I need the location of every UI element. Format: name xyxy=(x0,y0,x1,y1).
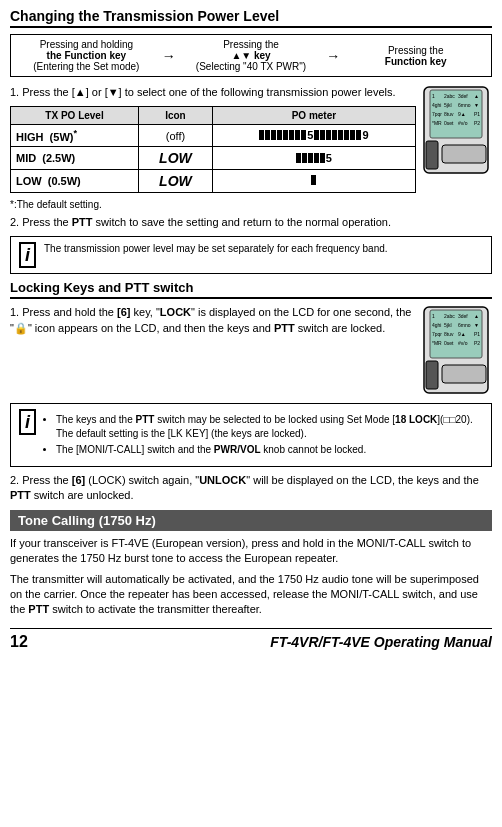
po-meter-high: 5 9 xyxy=(259,129,368,141)
svg-text:▲: ▲ xyxy=(474,313,479,319)
svg-text:7pqr: 7pqr xyxy=(432,111,442,117)
po-bar xyxy=(296,153,301,163)
svg-text:P1: P1 xyxy=(474,331,480,337)
flow-box-1: Pressing and holding the Function key (E… xyxy=(17,39,156,72)
svg-text:2abc: 2abc xyxy=(444,313,455,319)
svg-text:0set: 0set xyxy=(444,120,454,126)
po-bar xyxy=(265,130,270,140)
po-bar xyxy=(320,153,325,163)
svg-text:▼: ▼ xyxy=(474,322,479,328)
svg-text:#v/o: #v/o xyxy=(458,120,468,126)
lock-step1-description: Press and hold the [6] key, "LOCK" is di… xyxy=(10,306,411,333)
step2-description: Press the PTT switch to save the setting… xyxy=(22,216,391,228)
po-bar xyxy=(314,153,319,163)
lock-step1-number: 1. xyxy=(10,306,22,318)
level-mid: MID (2.5W) xyxy=(11,147,139,170)
svg-text:*MR: *MR xyxy=(432,120,442,126)
svg-text:1: 1 xyxy=(432,93,435,99)
col-header-icon: Icon xyxy=(139,107,213,125)
icon-high: (off) xyxy=(139,125,213,147)
section3-title: Tone Calling (1750 Hz) xyxy=(10,510,492,531)
svg-rect-18 xyxy=(426,141,438,169)
level-low: LOW (0.5W) xyxy=(11,170,139,193)
svg-text:5jkl: 5jkl xyxy=(444,102,452,108)
po-bar xyxy=(314,130,319,140)
step1-section: 1. Press the [▲] or [▼] to select one of… xyxy=(10,85,492,199)
flow-box-2: Pressing the ▲▼ key (Selecting "40 TX PW… xyxy=(182,39,321,72)
po-meter-mid: 5 xyxy=(296,152,332,164)
svg-text:4ghi: 4ghi xyxy=(432,322,441,328)
lock-step2-number: 2. xyxy=(10,474,22,486)
svg-text:8tuv: 8tuv xyxy=(444,111,454,117)
svg-text:P1: P1 xyxy=(474,111,480,117)
svg-text:7pqr: 7pqr xyxy=(432,331,442,337)
po-label-5b: 5 xyxy=(326,152,332,164)
po-meter-low xyxy=(311,175,316,185)
svg-text:▲: ▲ xyxy=(474,93,479,99)
svg-text:6mno: 6mno xyxy=(458,102,471,108)
col-header-po: PO meter xyxy=(212,107,415,125)
lock-step1-item: 1. Press and hold the [6] key, "LOCK" is… xyxy=(10,305,416,336)
table-row: MID (2.5W) LOW 5 xyxy=(11,147,416,170)
po-bar xyxy=(356,130,361,140)
tone-para2: The transmitter will automatically be ac… xyxy=(10,572,492,618)
svg-text:9▲: 9▲ xyxy=(458,331,466,337)
flow-arrow-1: → xyxy=(156,48,182,64)
device-image-2: 1 2abc 3def ▲ 4ghi 5jkl 6mno ▼ 7pqr 8tuv… xyxy=(422,305,492,397)
po-bar xyxy=(302,153,307,163)
svg-text:9▲: 9▲ xyxy=(458,111,466,117)
page-model: FT-4VR/FT-4VE Operating Manual xyxy=(270,634,492,650)
flow-arrow-2: → xyxy=(320,48,346,64)
svg-text:▼: ▼ xyxy=(474,102,479,108)
po-bar xyxy=(311,175,316,185)
po-bar xyxy=(277,130,282,140)
step2-item: 2. Press the PTT switch to save the sett… xyxy=(10,215,492,230)
svg-text:4ghi: 4ghi xyxy=(432,102,441,108)
svg-text:6mno: 6mno xyxy=(458,322,471,328)
low-icon-low: LOW xyxy=(159,173,192,189)
po-bar xyxy=(326,130,331,140)
radio-svg-1: 1 2abc 3def ▲ 4ghi 5jkl 6mno ▼ 7pqr 8tuv… xyxy=(422,85,490,175)
po-bar xyxy=(344,130,349,140)
flow-box-3: Pressing the Function key xyxy=(346,45,485,67)
po-bar xyxy=(320,130,325,140)
note-icon-2: i xyxy=(19,409,36,435)
svg-text:3def: 3def xyxy=(458,313,468,319)
list-item: The [MONI/T-CALL] switch and the PWR/VOL… xyxy=(56,443,483,457)
note-text-2: The keys and the PTT switch may be selec… xyxy=(44,409,483,461)
svg-text:5jkl: 5jkl xyxy=(444,322,452,328)
svg-text:8tuv: 8tuv xyxy=(444,331,454,337)
table-row: LOW (0.5W) LOW xyxy=(11,170,416,193)
po-bar xyxy=(295,130,300,140)
page-number: 12 xyxy=(10,633,28,651)
step2-number: 2. xyxy=(10,216,22,228)
po-bar xyxy=(259,130,264,140)
step1-item: 1. Press the [▲] or [▼] to select one of… xyxy=(10,85,416,100)
radio-svg-2: 1 2abc 3def ▲ 4ghi 5jkl 6mno ▼ 7pqr 8tuv… xyxy=(422,305,490,395)
svg-text:1: 1 xyxy=(432,313,435,319)
power-level-table: TX PO Level Icon PO meter HIGH (5W)* (of… xyxy=(10,106,416,193)
page-footer: 12 FT-4VR/FT-4VE Operating Manual xyxy=(10,628,492,651)
main-title: Changing the Transmission Power Level xyxy=(10,8,492,28)
svg-text:3def: 3def xyxy=(458,93,468,99)
svg-rect-39 xyxy=(442,365,486,383)
lock-bullet-list: The keys and the PTT switch may be selec… xyxy=(44,413,483,457)
po-low xyxy=(212,170,415,193)
po-bar xyxy=(332,130,337,140)
po-bar xyxy=(289,130,294,140)
po-bar xyxy=(338,130,343,140)
svg-rect-19 xyxy=(442,145,486,163)
note-icon-1: i xyxy=(19,242,36,268)
note-text-1: The transmission power level may be set … xyxy=(44,242,483,256)
po-mid: 5 xyxy=(212,147,415,170)
device-image-1: 1 2abc 3def ▲ 4ghi 5jkl 6mno ▼ 7pqr 8tuv… xyxy=(422,85,492,177)
icon-low: LOW xyxy=(139,170,213,193)
asterisk-note: *:The default setting. xyxy=(10,199,492,210)
svg-text:P2: P2 xyxy=(474,120,480,126)
svg-text:2abc: 2abc xyxy=(444,93,455,99)
low-icon-mid: LOW xyxy=(159,150,192,166)
svg-text:*MR: *MR xyxy=(432,340,442,346)
po-label-9: 9 xyxy=(362,129,368,141)
flow-chart: Pressing and holding the Function key (E… xyxy=(10,34,492,77)
svg-text:#v/o: #v/o xyxy=(458,340,468,346)
